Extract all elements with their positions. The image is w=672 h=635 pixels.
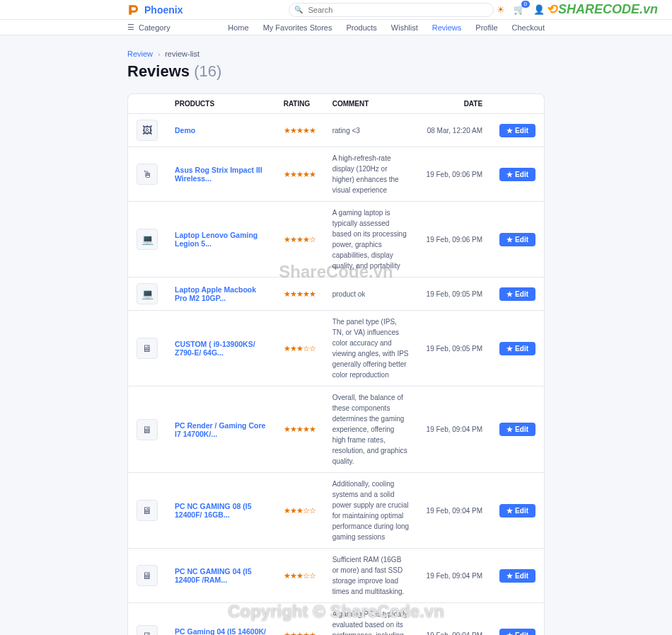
star-icon: ★: [506, 127, 513, 135]
watermark-sharecode: ⟲SHARECODE.vn: [546, 1, 658, 17]
search-wrap: 🔍: [289, 3, 494, 17]
cart-badge: 0: [521, 1, 530, 8]
comment-text: rating <3: [324, 114, 418, 147]
search-input[interactable]: [289, 3, 494, 17]
product-thumb[interactable]: 🖥: [137, 500, 158, 521]
breadcrumb: Review › review-list: [127, 50, 545, 58]
table-row: 💻Laptop Lenovo Gaming Legion 5...★★★★☆A …: [128, 202, 544, 278]
product-thumb[interactable]: 💻: [137, 229, 158, 250]
product-link[interactable]: Laptop Apple Macbook Pro M2 10GP...: [175, 285, 256, 302]
nav-profile[interactable]: Profile: [475, 23, 497, 32]
product-link[interactable]: PC Render / Gaming Core I7 14700K/...: [175, 421, 265, 438]
category-menu[interactable]: ☰ Category: [127, 23, 170, 32]
category-label: Category: [139, 23, 170, 32]
nav-home[interactable]: Home: [228, 23, 248, 32]
logo-text: Phoenix: [144, 4, 183, 16]
rating-stars: ★★★☆☆: [275, 311, 324, 387]
review-date: 19 Feb, 09:06 PM: [418, 147, 492, 202]
review-date: 19 Feb, 09:05 PM: [418, 311, 492, 387]
product-link[interactable]: Demo: [175, 126, 195, 135]
table-row: 🖼Demo★★★★★rating <308 Mar, 12:20 AM★ Edi…: [128, 114, 544, 147]
comment-text: A gaming PC is typically evaluated based…: [324, 603, 418, 636]
comment-text: Overall, the balance of these components…: [324, 387, 418, 473]
phoenix-icon: [127, 4, 140, 16]
user-menu-icon[interactable]: 👤: [533, 4, 545, 15]
star-icon: ★: [506, 345, 513, 353]
review-date: 19 Feb, 09:04 PM: [418, 387, 492, 473]
theme-toggle-icon[interactable]: ☀: [497, 4, 505, 15]
table-row: 🖥PC NC GAMING 04 (I5 12400F /RAM...★★★☆☆…: [128, 549, 544, 603]
product-thumb[interactable]: 🖥: [137, 565, 158, 586]
product-link[interactable]: Laptop Lenovo Gaming Legion 5...: [175, 231, 257, 248]
review-count: (16): [194, 62, 221, 80]
rating-stars: ★★★★★: [275, 278, 324, 311]
search-icon: 🔍: [294, 6, 303, 13]
col-date[interactable]: DATE: [418, 94, 492, 114]
cart-button[interactable]: 🛒0: [514, 4, 525, 15]
breadcrumb-root[interactable]: Review: [127, 50, 153, 58]
comment-text: product ok: [324, 278, 418, 311]
star-icon: ★: [506, 171, 513, 178]
edit-button[interactable]: ★ Edit: [499, 504, 535, 517]
edit-button[interactable]: ★ Edit: [499, 124, 535, 137]
star-icon: ★: [506, 290, 513, 298]
edit-button[interactable]: ★ Edit: [499, 342, 535, 355]
rating-stars: ★★★★★: [275, 114, 324, 147]
product-thumb[interactable]: 🖼: [137, 120, 158, 141]
comment-text: Additionally, cooling systems and a soli…: [324, 473, 418, 549]
edit-button[interactable]: ★ Edit: [499, 629, 535, 635]
logo[interactable]: Phoenix: [127, 4, 183, 16]
product-thumb[interactable]: 🖥: [137, 419, 158, 440]
table-row: 🖥PC Render / Gaming Core I7 14700K/...★★…: [128, 387, 544, 473]
review-date: 19 Feb, 09:06 PM: [418, 202, 492, 278]
star-icon: ★: [506, 507, 513, 515]
chevron-right-icon: ›: [158, 51, 160, 58]
rating-stars: ★★★★★: [275, 603, 324, 636]
col-comment[interactable]: COMMENT: [324, 94, 418, 114]
product-link[interactable]: Asus Rog Strix Impact III Wireless...: [175, 166, 262, 183]
review-date: 08 Mar, 12:20 AM: [418, 114, 492, 147]
product-thumb[interactable]: 🖱: [137, 164, 158, 185]
product-link[interactable]: PC NC GAMING 08 (I5 12400F/ 16GB...: [175, 502, 252, 519]
product-thumb[interactable]: 🖥: [137, 625, 158, 636]
rating-stars: ★★★★★: [275, 147, 324, 202]
col-products[interactable]: PRODUCTS: [166, 94, 275, 114]
breadcrumb-leaf: review-list: [165, 50, 199, 58]
comment-text: Sufficient RAM (16GB or more) and fast S…: [324, 549, 418, 603]
product-link[interactable]: PC NC GAMING 04 (I5 12400F /RAM...: [175, 567, 252, 584]
star-icon: ★: [506, 572, 513, 580]
table-row: 🖥PC NC GAMING 08 (I5 12400F/ 16GB...★★★☆…: [128, 473, 544, 549]
table-row: 🖥PC Gaming 04 (I5 14600K/ 32GB RA...★★★★…: [128, 603, 544, 636]
star-icon: ★: [506, 425, 513, 433]
rating-stars: ★★★★★: [275, 387, 324, 473]
table-row: 🖱Asus Rog Strix Impact III Wireless...★★…: [128, 147, 544, 202]
edit-button[interactable]: ★ Edit: [499, 233, 535, 246]
nav-reviews[interactable]: Reviews: [432, 23, 462, 32]
edit-button[interactable]: ★ Edit: [499, 168, 535, 181]
review-date: 19 Feb, 09:05 PM: [418, 278, 492, 311]
star-icon: ★: [506, 236, 513, 244]
nav-checkout[interactable]: Checkout: [512, 23, 545, 32]
star-icon: ★: [506, 631, 513, 635]
product-thumb[interactable]: 💻: [137, 283, 158, 304]
comment-text: A gaming laptop is typically assessed ba…: [324, 202, 418, 278]
rating-stars: ★★★☆☆: [275, 549, 324, 603]
nav-wishlist[interactable]: Wishlist: [391, 23, 418, 32]
col-rating[interactable]: RATING: [275, 94, 324, 114]
edit-button[interactable]: ★ Edit: [499, 287, 535, 301]
page-title: Reviews (16): [127, 62, 545, 81]
comment-text: A high-refresh-rate display (120Hz or hi…: [324, 147, 418, 202]
product-link[interactable]: PC Gaming 04 (I5 14600K/ 32GB RA...: [175, 627, 266, 636]
rating-stars: ★★★☆☆: [275, 473, 324, 549]
review-date: 19 Feb, 09:04 PM: [418, 473, 492, 549]
review-date: 19 Feb, 09:04 PM: [418, 603, 492, 636]
product-thumb[interactable]: 🖥: [137, 338, 158, 359]
table-row: 💻Laptop Apple Macbook Pro M2 10GP...★★★★…: [128, 278, 544, 311]
hamburger-icon: ☰: [127, 23, 134, 32]
reviews-table-panel: PRODUCTS RATING COMMENT DATE 🖼Demo★★★★★r…: [127, 93, 545, 635]
nav-products[interactable]: Products: [346, 23, 376, 32]
nav-my-favorites-stores[interactable]: My Favorites Stores: [263, 23, 332, 32]
edit-button[interactable]: ★ Edit: [499, 569, 535, 583]
product-link[interactable]: CUSTOM ( i9-13900KS/ Z790-E/ 64G...: [175, 340, 255, 357]
edit-button[interactable]: ★ Edit: [499, 423, 535, 436]
